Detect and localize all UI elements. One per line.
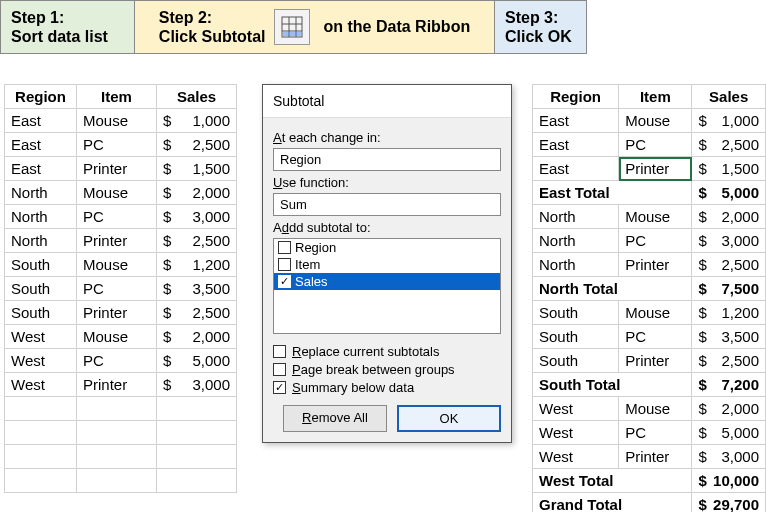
col-header-item[interactable]: Item [77, 85, 157, 109]
cell-region[interactable]: North [5, 205, 77, 229]
cell-item[interactable]: Printer [619, 253, 692, 277]
cell-item[interactable]: PC [77, 277, 157, 301]
cell-region[interactable]: East [533, 133, 619, 157]
cell-item[interactable]: PC [77, 133, 157, 157]
cell-region[interactable]: West [533, 397, 619, 421]
cell-sales[interactable]: $2,000 [157, 325, 237, 349]
cell-region[interactable]: West Total [533, 469, 692, 493]
cell-item[interactable]: PC [619, 325, 692, 349]
table-row[interactable]: WestPrinter$3,000 [5, 373, 237, 397]
table-row[interactable]: WestPrinter$3,000 [533, 445, 766, 469]
subtotal-row[interactable]: East Total$5,000 [533, 181, 766, 205]
checkbox-icon[interactable] [278, 275, 291, 288]
cell-sales[interactable]: $5,000 [692, 421, 766, 445]
cell-item[interactable]: Mouse [619, 109, 692, 133]
cell-item[interactable]: Mouse [619, 205, 692, 229]
cell-sales[interactable]: $3,000 [692, 445, 766, 469]
cell-sales[interactable]: $29,700 [692, 493, 766, 513]
table-row[interactable]: SouthMouse$1,200 [5, 253, 237, 277]
cell-sales[interactable]: $2,500 [692, 253, 766, 277]
cell-region[interactable]: South Total [533, 373, 692, 397]
col-header-sales[interactable]: Sales [692, 85, 766, 109]
add-subtotal-listbox[interactable]: RegionItemSales [273, 238, 501, 334]
cell-sales[interactable]: $2,000 [692, 397, 766, 421]
cell-sales[interactable]: $1,000 [157, 109, 237, 133]
checkbox-icon[interactable] [273, 381, 286, 394]
cell-item[interactable]: Mouse [619, 301, 692, 325]
cell-region[interactable]: East [5, 157, 77, 181]
cell-region[interactable]: West [5, 373, 77, 397]
summary-below-option[interactable]: Summary below data [273, 380, 501, 395]
cell-item[interactable]: Printer [77, 157, 157, 181]
cell-item[interactable]: Printer [619, 349, 692, 373]
cell-region[interactable]: East [533, 109, 619, 133]
listbox-item[interactable]: Item [274, 256, 500, 273]
table-row[interactable]: WestPC$5,000 [533, 421, 766, 445]
table-row[interactable]: EastPrinter$1,500 [5, 157, 237, 181]
table-row[interactable]: NorthPrinter$2,500 [533, 253, 766, 277]
table-row[interactable]: SouthPrinter$2,500 [5, 301, 237, 325]
cell-sales[interactable]: $3,500 [692, 325, 766, 349]
table-row[interactable]: SouthPC$3,500 [5, 277, 237, 301]
cell-item[interactable]: Printer [619, 445, 692, 469]
cell-region[interactable]: North [533, 205, 619, 229]
result-table[interactable]: Region Item Sales EastMouse$1,000EastPC$… [532, 84, 766, 512]
cell-item[interactable]: Printer [77, 229, 157, 253]
table-row[interactable]: WestPC$5,000 [5, 349, 237, 373]
cell-item[interactable]: Printer [619, 157, 692, 181]
cell-sales[interactable]: $2,500 [157, 133, 237, 157]
table-row[interactable]: EastPrinter$1,500 [533, 157, 766, 181]
cell-region[interactable]: South [533, 349, 619, 373]
cell-sales[interactable]: $3,500 [157, 277, 237, 301]
source-table[interactable]: Region Item Sales EastMouse$1,000EastPC$… [4, 84, 237, 493]
cell-region[interactable]: West [5, 325, 77, 349]
checkbox-icon[interactable] [278, 241, 291, 254]
cell-sales[interactable]: $1,200 [692, 301, 766, 325]
cell-sales[interactable]: $2,000 [692, 205, 766, 229]
cell-region[interactable]: West [533, 421, 619, 445]
table-row[interactable]: NorthMouse$2,000 [5, 181, 237, 205]
listbox-item[interactable]: Region [274, 239, 500, 256]
cell-item[interactable]: PC [619, 421, 692, 445]
table-row[interactable]: SouthPC$3,500 [533, 325, 766, 349]
table-row[interactable]: WestMouse$2,000 [533, 397, 766, 421]
remove-all-button[interactable]: Remove All [283, 405, 387, 432]
table-row[interactable]: NorthMouse$2,000 [533, 205, 766, 229]
cell-region[interactable]: South [5, 277, 77, 301]
cell-item[interactable]: Printer [77, 301, 157, 325]
replace-subtotals-option[interactable]: Replace current subtotals [273, 344, 501, 359]
checkbox-icon[interactable] [278, 258, 291, 271]
col-header-sales[interactable]: Sales [157, 85, 237, 109]
cell-item[interactable]: PC [619, 133, 692, 157]
table-row[interactable]: SouthMouse$1,200 [533, 301, 766, 325]
cell-sales[interactable]: $3,000 [692, 229, 766, 253]
table-row[interactable]: NorthPC$3,000 [5, 205, 237, 229]
use-function-dropdown[interactable]: Sum [273, 193, 501, 216]
cell-sales[interactable]: $3,000 [157, 373, 237, 397]
cell-sales[interactable]: $1,200 [157, 253, 237, 277]
cell-region[interactable]: North [5, 181, 77, 205]
cell-region[interactable]: South [5, 253, 77, 277]
subtotal-row[interactable]: Grand Total$29,700 [533, 493, 766, 513]
cell-region[interactable]: Grand Total [533, 493, 692, 513]
table-row[interactable]: EastPC$2,500 [5, 133, 237, 157]
cell-sales[interactable]: $7,200 [692, 373, 766, 397]
col-header-item[interactable]: Item [619, 85, 692, 109]
subtotal-row[interactable]: North Total$7,500 [533, 277, 766, 301]
cell-item[interactable]: Printer [77, 373, 157, 397]
subtotal-row[interactable]: South Total$7,200 [533, 373, 766, 397]
col-header-region[interactable]: Region [5, 85, 77, 109]
cell-item[interactable]: PC [77, 205, 157, 229]
cell-item[interactable]: Mouse [77, 253, 157, 277]
cell-sales[interactable]: $2,500 [692, 349, 766, 373]
cell-region[interactable]: South [533, 325, 619, 349]
cell-sales[interactable]: $1,500 [692, 157, 766, 181]
cell-sales[interactable]: $10,000 [692, 469, 766, 493]
cell-region[interactable]: East Total [533, 181, 692, 205]
table-row[interactable]: EastMouse$1,000 [533, 109, 766, 133]
table-row[interactable]: NorthPC$3,000 [533, 229, 766, 253]
cell-item[interactable]: Mouse [77, 325, 157, 349]
listbox-item[interactable]: Sales [274, 273, 500, 290]
table-row[interactable]: SouthPrinter$2,500 [533, 349, 766, 373]
cell-region[interactable]: East [5, 109, 77, 133]
